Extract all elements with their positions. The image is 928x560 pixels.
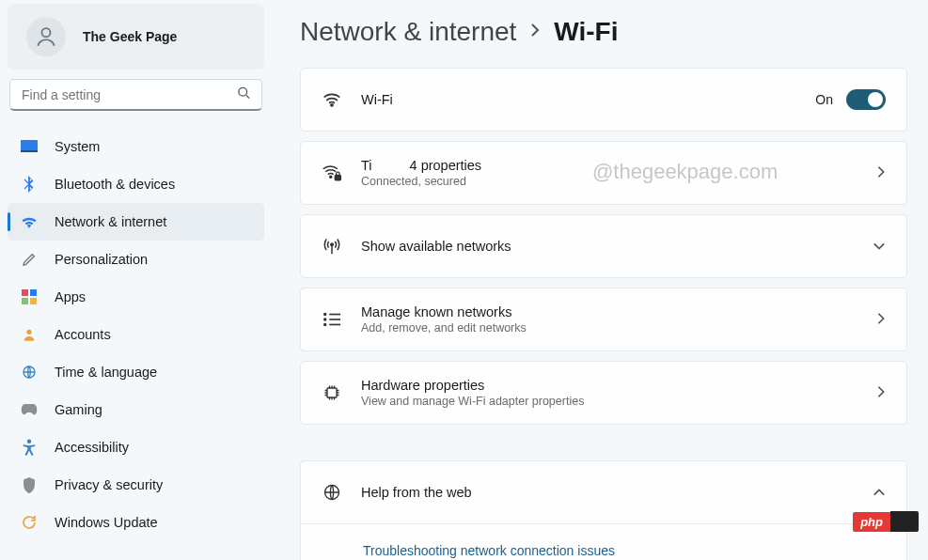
main-content: Network & internet Wi-Fi Wi-Fi On (272, 0, 928, 560)
antenna-icon (322, 236, 342, 257)
sidebar-item-apps[interactable]: Apps (8, 278, 264, 316)
shield-icon (21, 476, 38, 493)
avatar (26, 17, 66, 56)
svg-point-16 (324, 319, 326, 320)
wifi-icon (21, 213, 38, 230)
help-header[interactable]: Help from the web (301, 461, 906, 523)
svg-point-1 (239, 87, 247, 96)
hardware-sub: View and manage Wi-Fi adapter properties (361, 395, 876, 408)
search-input[interactable] (9, 79, 262, 111)
sidebar-item-label: Bluetooth & devices (55, 177, 175, 192)
sidebar-item-label: Network & internet (55, 214, 166, 229)
connected-network-card[interactable]: Ti 4 properties Connected, secured (300, 141, 907, 205)
sidebar-item-bluetooth[interactable]: Bluetooth & devices (8, 165, 264, 203)
sidebar-item-label: Privacy & security (55, 477, 163, 492)
profile-header[interactable]: The Geek Page (8, 4, 264, 70)
svg-rect-7 (30, 298, 37, 304)
sidebar-item-privacy[interactable]: Privacy & security (8, 466, 264, 504)
svg-rect-13 (335, 176, 340, 180)
update-icon (21, 514, 38, 531)
svg-point-0 (41, 28, 50, 37)
manage-sub: Add, remove, and edit networks (361, 321, 876, 334)
badge-suffix (890, 511, 919, 532)
bluetooth-icon (21, 176, 38, 193)
apps-icon (21, 288, 38, 305)
chevron-right-icon (529, 23, 541, 42)
available-title: Show available networks (361, 239, 873, 254)
wifi-icon (322, 89, 342, 110)
connection-status: Connected, secured (361, 175, 876, 188)
hardware-title: Hardware properties (361, 378, 876, 393)
svg-rect-18 (327, 388, 337, 397)
wifi-secured-icon (322, 163, 342, 183)
sidebar-item-label: Gaming (55, 402, 102, 417)
sidebar-item-personalization[interactable]: Personalization (8, 241, 264, 278)
svg-point-15 (324, 314, 326, 316)
chevron-right-icon (876, 385, 886, 401)
badge-label: php (853, 512, 890, 532)
breadcrumb-current: Wi-Fi (554, 17, 618, 47)
svg-rect-3 (21, 150, 38, 152)
sidebar-item-label: Accessibility (55, 440, 129, 455)
sidebar-item-label: Apps (55, 289, 86, 304)
wifi-title: Wi-Fi (361, 92, 815, 107)
sidebar-item-label: Windows Update (55, 515, 158, 530)
chevron-up-icon (873, 485, 886, 500)
sidebar-item-accessibility[interactable]: Accessibility (8, 428, 264, 466)
globe-icon (21, 364, 38, 381)
sidebar-item-accounts[interactable]: Accounts (8, 316, 264, 353)
nav-list: System Bluetooth & devices Network & int… (8, 128, 264, 541)
help-title: Help from the web (361, 485, 873, 500)
svg-point-8 (26, 330, 31, 334)
chevron-right-icon (876, 165, 886, 181)
accounts-icon (21, 326, 38, 343)
chevron-down-icon (873, 239, 886, 254)
manage-title: Manage known networks (361, 304, 876, 319)
breadcrumb: Network & internet Wi-Fi (300, 17, 907, 47)
breadcrumb-parent[interactable]: Network & internet (300, 17, 516, 47)
sidebar-item-windows-update[interactable]: Windows Update (8, 504, 264, 541)
available-networks-card[interactable]: Show available networks (300, 214, 907, 278)
search-box (9, 79, 262, 111)
help-web-icon (322, 482, 342, 503)
sidebar-item-gaming[interactable]: Gaming (8, 391, 264, 428)
wifi-toggle-card: Wi-Fi On (300, 68, 907, 132)
profile-name: The Geek Page (83, 29, 177, 44)
sidebar-item-network[interactable]: Network & internet (8, 203, 264, 241)
sidebar-item-label: Personalization (55, 252, 148, 267)
brush-icon (21, 251, 38, 268)
svg-rect-6 (22, 298, 28, 304)
ssid-props: 4 properties (410, 158, 482, 173)
help-card: Help from the web Troubleshooting networ… (300, 460, 907, 560)
hardware-properties-card[interactable]: Hardware properties View and manage Wi-F… (300, 361, 907, 425)
svg-point-11 (331, 104, 333, 106)
help-link-troubleshoot[interactable]: Troubleshooting network connection issue… (301, 523, 906, 560)
svg-point-12 (330, 176, 332, 178)
site-badge: php (853, 511, 919, 532)
svg-point-17 (324, 324, 326, 326)
sidebar-item-label: Accounts (55, 327, 111, 342)
sidebar-item-time-language[interactable]: Time & language (8, 353, 264, 391)
sidebar: The Geek Page System Bluetooth & devices… (0, 0, 272, 560)
wifi-state-label: On (815, 92, 833, 107)
sidebar-item-system[interactable]: System (8, 128, 264, 165)
svg-rect-4 (22, 289, 28, 296)
search-icon (237, 86, 251, 104)
sidebar-item-label: Time & language (55, 365, 157, 380)
sidebar-item-label: System (55, 139, 100, 154)
person-icon (34, 24, 58, 49)
ssid-label: Ti (361, 158, 372, 173)
accessibility-icon (21, 439, 38, 456)
svg-rect-5 (30, 289, 37, 296)
list-icon (322, 309, 342, 330)
system-icon (21, 138, 38, 155)
wifi-toggle[interactable] (846, 89, 886, 110)
gaming-icon (21, 401, 38, 418)
svg-point-10 (27, 439, 32, 443)
manage-networks-card[interactable]: Manage known networks Add, remove, and e… (300, 288, 907, 351)
chevron-right-icon (876, 312, 886, 328)
chip-icon (322, 382, 342, 403)
svg-rect-2 (21, 140, 38, 151)
